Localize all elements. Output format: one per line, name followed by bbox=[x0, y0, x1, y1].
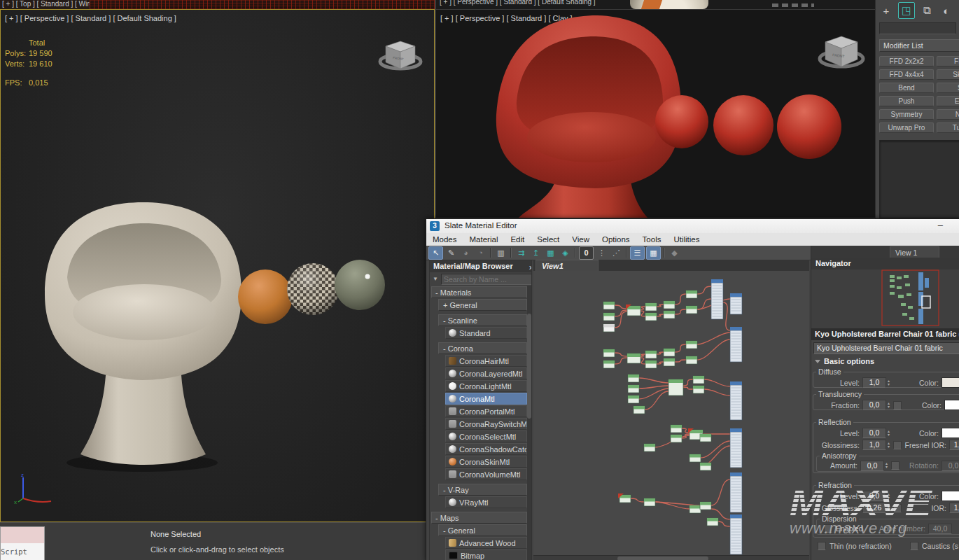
menu-options[interactable]: Options bbox=[596, 235, 636, 244]
minimize-icon[interactable]: – bbox=[938, 220, 943, 230]
map-node[interactable] bbox=[618, 493, 631, 503]
browser-group--general[interactable]: - General bbox=[438, 524, 527, 536]
map-node[interactable] bbox=[645, 360, 657, 368]
menu-modes[interactable]: Modes bbox=[426, 235, 463, 244]
browser-item-coronarayswitchmtl[interactable]: CoronaRaySwitchMtl bbox=[445, 418, 527, 430]
map-node[interactable] bbox=[603, 313, 615, 321]
clay-sphere-2[interactable] bbox=[713, 95, 774, 155]
map-node[interactable] bbox=[693, 386, 704, 393]
modifier-button-bend[interactable]: Bend bbox=[879, 83, 934, 93]
reflection-glossiness-spinner[interactable]: ▴▾ bbox=[888, 442, 890, 449]
browser-item-coronashadowcatc-[interactable]: CoronaShadowCatc.. bbox=[445, 443, 527, 455]
refraction-glossiness-input[interactable]: 0,26 bbox=[862, 503, 886, 513]
select-tool-icon[interactable]: ↖ bbox=[428, 246, 443, 260]
map-node[interactable] bbox=[668, 379, 683, 396]
delete-selected-icon[interactable]: ▥ bbox=[494, 247, 507, 259]
modifier-button-norm[interactable]: Norm bbox=[937, 109, 959, 120]
modifier-button-edit-p[interactable]: Edit P bbox=[937, 96, 959, 106]
search-input[interactable] bbox=[441, 274, 532, 285]
material-node[interactable] bbox=[730, 382, 742, 420]
browser-item-vraymtl[interactable]: VRayMtl bbox=[445, 496, 527, 508]
render-map-icon[interactable]: ◆ bbox=[668, 247, 681, 259]
modifier-button-skin-w[interactable]: Skin W bbox=[937, 69, 959, 80]
maxscript-mini-listener[interactable]: Script Mir bbox=[0, 543, 45, 560]
node-graph-canvas[interactable] bbox=[533, 271, 809, 555]
map-node[interactable] bbox=[664, 358, 675, 366]
diffuse-level-input[interactable]: 1,0 bbox=[862, 377, 886, 388]
reflection-glossiness-map-button[interactable] bbox=[893, 441, 902, 449]
map-node[interactable] bbox=[603, 302, 615, 309]
menu-utilities[interactable]: Utilities bbox=[667, 235, 706, 244]
scrollbar-thumb[interactable] bbox=[527, 314, 531, 419]
anisotropy-map-button[interactable] bbox=[891, 461, 899, 470]
translucency-color-swatch[interactable] bbox=[944, 400, 959, 410]
map-node[interactable] bbox=[603, 324, 615, 332]
refraction-glossiness-map-button[interactable] bbox=[893, 504, 902, 512]
navigator-minimap[interactable] bbox=[811, 270, 959, 329]
hide-unused-nodeslots-icon[interactable]: ↥ bbox=[529, 247, 542, 259]
material-sphere-orange[interactable] bbox=[238, 270, 293, 324]
pick-material-eyedropper-icon[interactable]: ✎ bbox=[444, 247, 458, 259]
refraction-level-input[interactable]: 0,0 bbox=[862, 491, 886, 501]
basic-options-header[interactable]: Basic options bbox=[813, 356, 874, 366]
material-node[interactable] bbox=[730, 327, 742, 362]
map-node[interactable] bbox=[686, 356, 697, 364]
chair-model[interactable] bbox=[45, 202, 241, 472]
material-node[interactable] bbox=[730, 293, 742, 314]
reflection-color-swatch[interactable] bbox=[941, 428, 959, 438]
material-name-field[interactable]: Kyo Upholstered Barrel Chair 01 fabric bbox=[813, 342, 959, 354]
modifier-button-ffd-2x2x2[interactable]: FFD 2x2x2 bbox=[879, 56, 934, 66]
diffuse-level-spinner[interactable]: ▴▾ bbox=[888, 379, 890, 386]
map-node[interactable] bbox=[628, 396, 639, 403]
material-sphere-green[interactable] bbox=[335, 260, 385, 310]
browser-item-coronaskinmtl[interactable]: CoronaSkinMtl bbox=[445, 456, 527, 468]
map-node[interactable] bbox=[690, 454, 701, 462]
map-node[interactable] bbox=[700, 463, 711, 470]
map-node[interactable] bbox=[645, 313, 657, 321]
material-title-bar[interactable]: Kyo Upholstered Barrel Chair 01 fabric (… bbox=[811, 328, 959, 340]
menu-tools[interactable]: Tools bbox=[636, 235, 668, 244]
maxscript-macro-recorder[interactable] bbox=[0, 526, 45, 545]
material-node[interactable] bbox=[730, 472, 742, 512]
map-node[interactable] bbox=[627, 354, 640, 363]
map-node[interactable] bbox=[686, 306, 697, 314]
put-material-to-scene-icon[interactable]: ◕ bbox=[459, 247, 472, 259]
anisotropy-rotation-input[interactable]: 0,0 bbox=[941, 461, 959, 471]
modifier-button-turbos[interactable]: TurboS bbox=[937, 122, 959, 133]
diffuse-color-swatch[interactable] bbox=[941, 377, 959, 388]
map-node[interactable] bbox=[686, 290, 697, 298]
browser-item-standard[interactable]: Standard bbox=[445, 327, 527, 339]
browser-group--v-ray[interactable]: - V-Ray bbox=[438, 484, 527, 496]
top-right-viewport-sliver[interactable]: [ + ] [ Perspective ] [ Standard ] [ Def… bbox=[436, 0, 875, 9]
scrollbar-thumb[interactable] bbox=[617, 556, 708, 560]
refraction-color-swatch[interactable] bbox=[941, 491, 959, 501]
tab-view1-navigator[interactable]: View 1 bbox=[890, 246, 939, 258]
panel-tab-modify-icon[interactable]: ◳ bbox=[898, 2, 915, 19]
browser-item-coronalayeredmtl[interactable]: CoronaLayeredMtl bbox=[445, 368, 527, 379]
menu-edit[interactable]: Edit bbox=[504, 235, 531, 244]
menu-view[interactable]: View bbox=[566, 235, 596, 244]
refraction-glossiness-spinner[interactable]: ▴▾ bbox=[888, 505, 890, 512]
anisotropy-amount-input[interactable]: 0,0 bbox=[860, 461, 884, 471]
panel-tab-motion-icon[interactable]: ◐ bbox=[939, 3, 954, 18]
map-node[interactable] bbox=[645, 351, 657, 358]
map-node[interactable] bbox=[628, 385, 639, 393]
translucency-map-button[interactable] bbox=[893, 401, 902, 410]
layout-all-vertical-icon[interactable]: ⋮ bbox=[595, 247, 608, 259]
material-parameter-list-toggle-icon[interactable]: ☰ bbox=[630, 246, 645, 260]
clay-viewport[interactable]: [ + ] [ Perspective ] [ Standard ] [ Cla… bbox=[436, 9, 875, 218]
browser-group--scanline[interactable]: - Scanline bbox=[438, 314, 527, 326]
abbe-number-input[interactable]: 40,0 bbox=[928, 524, 952, 534]
map-node[interactable] bbox=[693, 376, 704, 384]
map-node[interactable] bbox=[671, 435, 682, 442]
map-node[interactable] bbox=[603, 360, 615, 368]
browser-item-coronalightmtl[interactable]: CoronaLightMtl bbox=[445, 380, 527, 392]
browser-item-bitmap[interactable]: Bitmap bbox=[445, 550, 527, 560]
clay-sphere-3[interactable] bbox=[777, 94, 841, 159]
map-node[interactable] bbox=[671, 425, 682, 433]
layout-children-icon[interactable]: ⋰ bbox=[610, 247, 623, 259]
modifier-button-unwrap-pro[interactable]: Unwrap Pro bbox=[879, 122, 934, 133]
browser-item-coronaportalmtl[interactable]: CoronaPortalMtl bbox=[445, 405, 527, 417]
browser-header[interactable]: Material/Map Browser x bbox=[430, 260, 532, 273]
browser-item-advanced-wood[interactable]: Advanced Wood bbox=[445, 537, 527, 549]
